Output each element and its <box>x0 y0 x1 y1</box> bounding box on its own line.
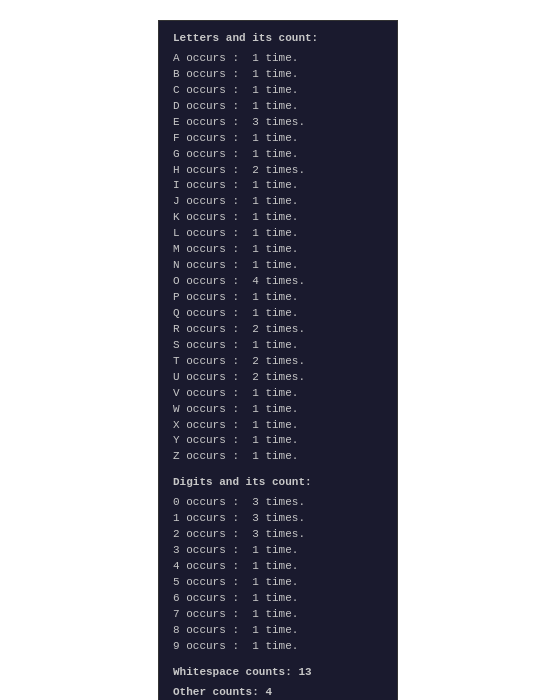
letter-count: 1 time. <box>252 178 298 194</box>
digit-count: 1 time. <box>252 543 298 559</box>
digit-count: 1 time. <box>252 639 298 655</box>
letter-count: 1 time. <box>252 194 298 210</box>
digit-count: 3 times. <box>252 495 305 511</box>
digit-count: 3 times. <box>252 527 305 543</box>
digit-char: 9 occurs : <box>173 639 252 655</box>
letter-row: P occurs : 1 time. <box>173 290 383 306</box>
letter-count: 1 time. <box>252 83 298 99</box>
letter-count: 1 time. <box>252 449 298 465</box>
digits-header: Digits and its count: <box>173 475 383 491</box>
letter-row: G occurs : 1 time. <box>173 147 383 163</box>
letter-count: 2 times. <box>252 354 305 370</box>
letter-char: N occurs : <box>173 258 252 274</box>
letter-count: 1 time. <box>252 226 298 242</box>
letter-count: 3 times. <box>252 115 305 131</box>
letter-count: 1 time. <box>252 131 298 147</box>
digit-char: 7 occurs : <box>173 607 252 623</box>
letter-char: X occurs : <box>173 418 252 434</box>
letter-count: 1 time. <box>252 338 298 354</box>
letter-char: Y occurs : <box>173 433 252 449</box>
letter-char: I occurs : <box>173 178 252 194</box>
digit-row: 4 occurs : 1 time. <box>173 559 383 575</box>
digit-char: 3 occurs : <box>173 543 252 559</box>
digit-count: 1 time. <box>252 591 298 607</box>
letter-char: Q occurs : <box>173 306 252 322</box>
digit-count: 1 time. <box>252 623 298 639</box>
digits-list: 0 occurs : 3 times.1 occurs : 3 times.2 … <box>173 495 383 654</box>
letter-count: 2 times. <box>252 370 305 386</box>
letter-char: H occurs : <box>173 163 252 179</box>
letter-count: 1 time. <box>252 210 298 226</box>
digit-char: 5 occurs : <box>173 575 252 591</box>
letter-row: J occurs : 1 time. <box>173 194 383 210</box>
letter-row: B occurs : 1 time. <box>173 67 383 83</box>
whitespace-line: Whitespace counts: 13 <box>173 665 383 681</box>
letter-count: 1 time. <box>252 67 298 83</box>
digit-count: 3 times. <box>252 511 305 527</box>
digit-row: 7 occurs : 1 time. <box>173 607 383 623</box>
letter-row: C occurs : 1 time. <box>173 83 383 99</box>
letter-count: 1 time. <box>252 258 298 274</box>
digit-count: 1 time. <box>252 559 298 575</box>
letter-row: Y occurs : 1 time. <box>173 433 383 449</box>
letter-char: V occurs : <box>173 386 252 402</box>
letter-char: E occurs : <box>173 115 252 131</box>
letter-char: Z occurs : <box>173 449 252 465</box>
digit-row: 3 occurs : 1 time. <box>173 543 383 559</box>
letter-row: Z occurs : 1 time. <box>173 449 383 465</box>
letter-char: D occurs : <box>173 99 252 115</box>
letter-char: U occurs : <box>173 370 252 386</box>
digit-row: 1 occurs : 3 times. <box>173 511 383 527</box>
digit-char: 2 occurs : <box>173 527 252 543</box>
digit-row: 0 occurs : 3 times. <box>173 495 383 511</box>
digit-char: 4 occurs : <box>173 559 252 575</box>
letter-row: A occurs : 1 time. <box>173 51 383 67</box>
letter-row: K occurs : 1 time. <box>173 210 383 226</box>
digit-char: 0 occurs : <box>173 495 252 511</box>
letter-count: 2 times. <box>252 163 305 179</box>
letter-count: 2 times. <box>252 322 305 338</box>
other-line: Other counts: 4 <box>173 685 383 700</box>
letter-row: M occurs : 1 time. <box>173 242 383 258</box>
letter-row: E occurs : 3 times. <box>173 115 383 131</box>
letter-count: 1 time. <box>252 386 298 402</box>
letter-row: S occurs : 1 time. <box>173 338 383 354</box>
digit-count: 1 time. <box>252 575 298 591</box>
digit-char: 6 occurs : <box>173 591 252 607</box>
letter-row: X occurs : 1 time. <box>173 418 383 434</box>
letter-count: 1 time. <box>252 147 298 163</box>
digit-row: 2 occurs : 3 times. <box>173 527 383 543</box>
digit-char: 8 occurs : <box>173 623 252 639</box>
letter-row: V occurs : 1 time. <box>173 386 383 402</box>
letter-char: O occurs : <box>173 274 252 290</box>
letter-char: B occurs : <box>173 67 252 83</box>
letter-row: N occurs : 1 time. <box>173 258 383 274</box>
letter-row: O occurs : 4 times. <box>173 274 383 290</box>
letter-count: 1 time. <box>252 242 298 258</box>
letter-row: L occurs : 1 time. <box>173 226 383 242</box>
letter-char: K occurs : <box>173 210 252 226</box>
letter-row: R occurs : 2 times. <box>173 322 383 338</box>
letter-char: C occurs : <box>173 83 252 99</box>
letters-list: A occurs : 1 time.B occurs : 1 time.C oc… <box>173 51 383 465</box>
letter-row: W occurs : 1 time. <box>173 402 383 418</box>
letter-count: 4 times. <box>252 274 305 290</box>
letter-count: 1 time. <box>252 99 298 115</box>
letter-count: 1 time. <box>252 306 298 322</box>
letter-char: S occurs : <box>173 338 252 354</box>
letter-char: L occurs : <box>173 226 252 242</box>
letter-row: I occurs : 1 time. <box>173 178 383 194</box>
letter-char: J occurs : <box>173 194 252 210</box>
letter-row: U occurs : 2 times. <box>173 370 383 386</box>
letter-count: 1 time. <box>252 290 298 306</box>
letter-row: F occurs : 1 time. <box>173 131 383 147</box>
letter-count: 1 time. <box>252 402 298 418</box>
letter-char: R occurs : <box>173 322 252 338</box>
digit-char: 1 occurs : <box>173 511 252 527</box>
digit-count: 1 time. <box>252 607 298 623</box>
digit-row: 9 occurs : 1 time. <box>173 639 383 655</box>
letter-char: F occurs : <box>173 131 252 147</box>
terminal-box: Letters and its count: A occurs : 1 time… <box>158 20 398 700</box>
digit-row: 6 occurs : 1 time. <box>173 591 383 607</box>
letter-char: A occurs : <box>173 51 252 67</box>
